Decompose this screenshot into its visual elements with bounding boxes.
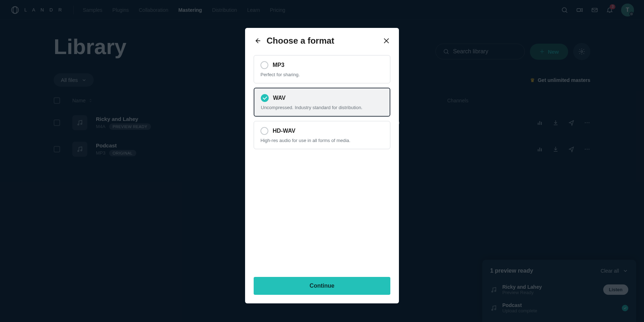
modal-title: Choose a format [267,36,377,46]
close-button[interactable] [382,37,390,45]
option-title: WAV [273,95,286,101]
modal-overlay[interactable]: Choose a format MP3 Perfect for sharing.… [0,0,644,322]
option-title: MP3 [273,62,284,68]
continue-button[interactable]: Continue [254,277,390,295]
option-desc: Uncompressed. Industry standard for dist… [261,105,383,110]
radio-icon [261,94,269,102]
back-button[interactable] [254,37,262,45]
radio-icon [260,61,268,69]
option-title: HD-WAV [273,128,296,134]
format-option-hdwav[interactable]: HD-WAV High-res audio for use in all for… [254,121,390,149]
format-modal: Choose a format MP3 Perfect for sharing.… [245,28,399,303]
format-option-mp3[interactable]: MP3 Perfect for sharing. [254,55,390,83]
format-option-wav[interactable]: WAV Uncompressed. Industry standard for … [254,88,390,117]
radio-icon [260,127,268,135]
option-desc: Perfect for sharing. [260,72,384,77]
option-desc: High-res audio for use in all forms of m… [260,138,384,143]
